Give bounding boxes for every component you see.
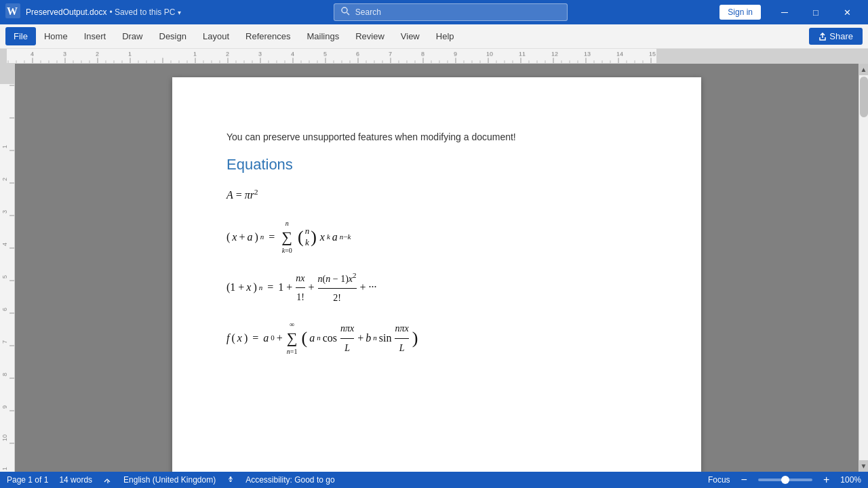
- maximize-button[interactable]: □: [800, 0, 831, 24]
- menu-help[interactable]: Help: [428, 27, 462, 45]
- menu-view[interactable]: View: [393, 27, 428, 45]
- status-bar: Page 1 of 1 14 words English (United Kin…: [0, 472, 868, 488]
- menu-draw[interactable]: Draw: [114, 27, 151, 45]
- window-controls: ─ □ ✕: [769, 0, 863, 24]
- menu-file[interactable]: File: [5, 27, 36, 45]
- zoom-minus-button[interactable]: −: [741, 474, 747, 486]
- zoom-plus-button[interactable]: +: [823, 474, 829, 486]
- doc-title: PreservedOutput.docx: [26, 7, 106, 17]
- accessibility-text[interactable]: Accessibility: Good to go: [245, 475, 334, 485]
- equations-heading: Equations: [226, 156, 647, 174]
- vertical-scrollbar[interactable]: ▲ ▼: [859, 64, 868, 472]
- vertical-ruler: [0, 64, 15, 472]
- vertical-ruler-canvas: [0, 64, 15, 470]
- menu-bar: File Home Insert Draw Design Layout Refe…: [0, 24, 868, 49]
- app-icon: W: [5, 3, 20, 21]
- spell-check-icon: [103, 475, 113, 485]
- menu-home[interactable]: Home: [36, 27, 76, 45]
- svg-text:W: W: [7, 5, 18, 17]
- horizontal-ruler: [0, 49, 868, 64]
- menu-references[interactable]: References: [237, 27, 298, 45]
- title-bar: W PreservedOutput.docx • Saved to this P…: [0, 0, 868, 24]
- equation-1: A = πr2: [226, 186, 647, 205]
- accessibility-icon: [226, 476, 235, 484]
- title-dropdown-arrow[interactable]: ▾: [178, 9, 181, 16]
- search-icon: [341, 7, 350, 18]
- share-icon: [818, 33, 827, 41]
- focus-label[interactable]: Focus: [708, 475, 730, 485]
- status-right: Focus − + 100%: [708, 474, 861, 486]
- equation-3: (1 + x)n = 1 + nx 1! + n(n − 1)x2 2! + ·…: [226, 269, 647, 306]
- share-label: Share: [829, 31, 853, 41]
- menu-design[interactable]: Design: [151, 27, 195, 45]
- language[interactable]: English (United Kingdom): [123, 475, 216, 485]
- minimize-button[interactable]: ─: [769, 0, 800, 24]
- svg-point-2: [342, 7, 347, 13]
- ruler-canvas: [0, 49, 868, 63]
- sign-in-button[interactable]: Sign in: [719, 5, 761, 20]
- zoom-thumb[interactable]: [781, 476, 789, 484]
- document-page: You can preserve unsupported features wh…: [172, 77, 701, 472]
- scroll-track[interactable]: [859, 75, 868, 460]
- menu-layout[interactable]: Layout: [195, 27, 237, 45]
- share-button[interactable]: Share: [809, 28, 863, 45]
- svg-line-3: [347, 13, 349, 16]
- zoom-level[interactable]: 100%: [840, 475, 861, 485]
- scroll-up-button[interactable]: ▲: [859, 64, 869, 75]
- close-button[interactable]: ✕: [831, 0, 863, 24]
- menu-mailings[interactable]: Mailings: [299, 27, 348, 45]
- document-area[interactable]: You can preserve unsupported features wh…: [15, 64, 859, 472]
- main-area: You can preserve unsupported features wh…: [0, 64, 868, 472]
- menu-insert[interactable]: Insert: [76, 27, 115, 45]
- word-count: 14 words: [59, 475, 92, 485]
- equation-4: f(x) = a0 + ∞ ∑ n=1 ( an cos nπx L: [226, 319, 647, 358]
- scroll-down-button[interactable]: ▼: [859, 460, 869, 472]
- menu-review[interactable]: Review: [347, 27, 393, 45]
- scroll-thumb[interactable]: [860, 77, 868, 117]
- search-box[interactable]: Search: [334, 3, 568, 21]
- body-text: You can preserve unsupported features wh…: [226, 131, 647, 142]
- save-status: • Saved to this PC: [109, 7, 175, 17]
- search-placeholder: Search: [355, 7, 381, 17]
- page-info: Page 1 of 1: [7, 475, 48, 485]
- zoom-slider[interactable]: [758, 479, 812, 481]
- equation-2: (x + a)n = n ∑ k=0 ( n k ): [226, 218, 647, 257]
